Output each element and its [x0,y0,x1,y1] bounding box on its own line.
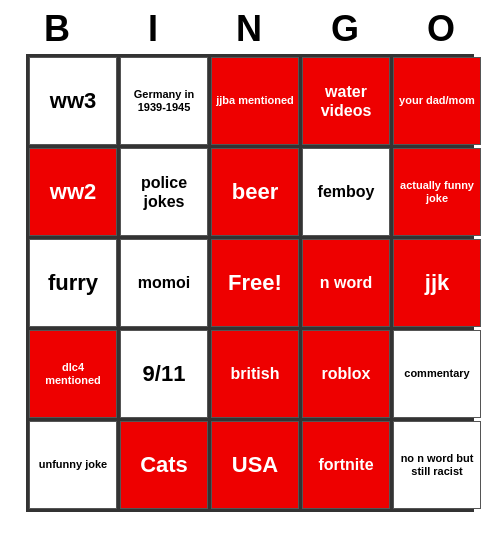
header-letter-B: B [14,8,102,50]
cell-4: your dad/mom [393,57,481,145]
cell-15: dlc4 mentioned [29,330,117,418]
cell-0: ww3 [29,57,117,145]
cell-20: unfunny joke [29,421,117,509]
cell-17: british [211,330,299,418]
header-letter-I: I [110,8,198,50]
cell-7: beer [211,148,299,236]
cell-8: femboy [302,148,390,236]
cell-22: USA [211,421,299,509]
cell-5: ww2 [29,148,117,236]
cell-6: police jokes [120,148,208,236]
cell-11: momoi [120,239,208,327]
bingo-header: BINGO [10,0,490,54]
header-letter-O: O [398,8,486,50]
bingo-grid: ww3Germany in 1939-1945jjba mentionedwat… [26,54,474,512]
cell-18: roblox [302,330,390,418]
header-letter-N: N [206,8,294,50]
cell-23: fortnite [302,421,390,509]
cell-19: commentary [393,330,481,418]
cell-2: jjba mentioned [211,57,299,145]
cell-10: furry [29,239,117,327]
cell-16: 9/11 [120,330,208,418]
cell-1: Germany in 1939-1945 [120,57,208,145]
cell-14: jjk [393,239,481,327]
header-letter-G: G [302,8,390,50]
cell-9: actually funny joke [393,148,481,236]
cell-12: Free! [211,239,299,327]
cell-24: no n word but still racist [393,421,481,509]
cell-3: water videos [302,57,390,145]
cell-13: n word [302,239,390,327]
cell-21: Cats [120,421,208,509]
